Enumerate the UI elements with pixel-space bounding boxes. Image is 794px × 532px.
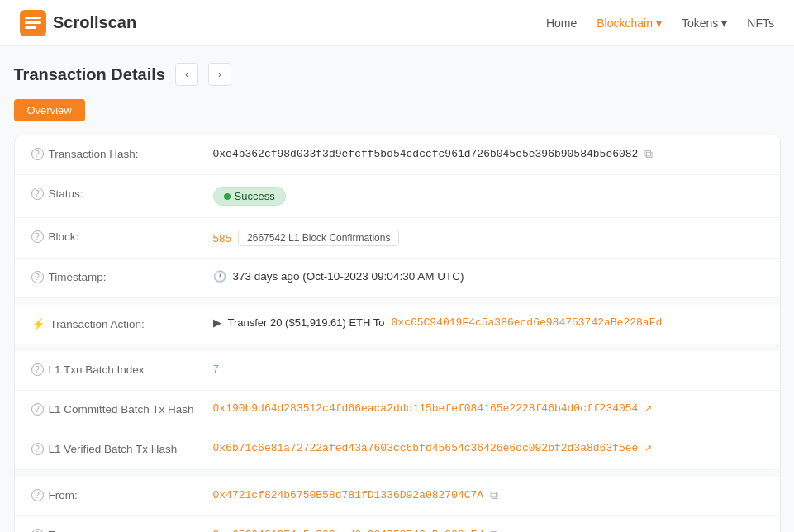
timestamp-label: ? Timestamp: xyxy=(31,270,213,283)
from-value: 0x4721cf824b6750B58d781fD1336D92a082704C… xyxy=(213,488,763,502)
l1-batch-index-value: 7 xyxy=(213,363,763,375)
svg-rect-3 xyxy=(25,26,36,29)
status-value: Success xyxy=(213,187,763,206)
from-copy-icon[interactable]: ⧉ xyxy=(490,488,498,502)
l1-verified-hash[interactable]: 0x6b71c6e81a72722afed43a7603cc6bfd45654c… xyxy=(213,442,639,454)
status-row: ? Status: Success xyxy=(15,175,780,218)
status-text: Success xyxy=(235,190,275,202)
status-help-icon[interactable]: ? xyxy=(31,188,44,200)
l1-committed-help-icon[interactable]: ? xyxy=(31,403,44,416)
tx-hash-text: 0xe4b362cf98d033f3d9efcff5bd54cdccfc961d… xyxy=(213,148,639,160)
page-wrapper: Transaction Details ‹ › Overview ? Trans… xyxy=(1,46,794,532)
status-badge: Success xyxy=(213,187,286,206)
timestamp-value: 🕐 373 days ago (Oct-10-2023 09:04:30 AM … xyxy=(213,270,763,283)
to-label: ? To: xyxy=(31,528,213,532)
block-confirmations: 2667542 L1 Block Confirmations xyxy=(238,230,399,246)
block-help-icon[interactable]: ? xyxy=(31,230,44,243)
from-help-icon[interactable]: ? xyxy=(31,489,44,501)
main-nav: Home Blockchain ▾ Tokens ▾ NFTs xyxy=(546,17,774,30)
logo-text: Scrollscan xyxy=(53,13,136,32)
spacer-2 xyxy=(15,344,780,351)
tx-hash-row: ? Transaction Hash: 0xe4b362cf98d033f3d9… xyxy=(15,135,780,175)
overview-button[interactable]: Overview xyxy=(14,99,85,121)
status-label: ? Status: xyxy=(31,187,213,200)
logo-icon xyxy=(20,10,46,36)
tx-action-to-address[interactable]: 0xc65C94019F4c5a386ecd6e984753742aBe228a… xyxy=(392,316,663,329)
timestamp-text: 373 days ago (Oct-10-2023 09:04:30 AM UT… xyxy=(233,270,464,283)
l1-batch-index-label: ? L1 Txn Batch Index xyxy=(31,363,213,376)
to-address[interactable]: 0xc65C94019F4c5a386ecd6e984753742aBe228a… xyxy=(213,529,484,532)
l1-verified-value: 0x6b71c6e81a72722afed43a7603cc6bfd45654c… xyxy=(213,442,763,454)
block-label: ? Block: xyxy=(31,230,213,243)
tx-action-transfer: Transfer 20 ($51,919.61) ETH To xyxy=(228,316,385,329)
l1-committed-value: 0x190b9d64d283512c4fd66eaca2ddd115befef0… xyxy=(213,402,763,415)
l1-batch-index-help-icon[interactable]: ? xyxy=(31,363,44,376)
l1-batch-index-row: ? L1 Txn Batch Index 7 xyxy=(15,351,780,391)
svg-rect-1 xyxy=(25,17,41,19)
header: Scrollscan Home Blockchain ▾ Tokens ▾ NF… xyxy=(0,0,794,46)
next-arrow-button[interactable]: › xyxy=(208,63,231,86)
tx-action-label: ⚡ Transaction Action: xyxy=(31,316,213,330)
nav-nfts[interactable]: NFTs xyxy=(747,17,774,30)
spacer-3 xyxy=(15,470,780,477)
l1-verified-external-icon[interactable]: ↗ xyxy=(644,443,652,454)
tx-hash-help-icon[interactable]: ? xyxy=(31,148,44,160)
blockchain-chevron-icon: ▾ xyxy=(656,17,662,30)
status-dot-icon xyxy=(224,193,231,200)
tokens-chevron-icon: ▾ xyxy=(721,17,727,30)
timestamp-help-icon[interactable]: ? xyxy=(31,271,44,283)
l1-verified-row: ? L1 Verified Batch Tx Hash 0x6b71c6e81a… xyxy=(15,430,780,470)
from-label: ? From: xyxy=(31,488,213,501)
timestamp-row: ? Timestamp: 🕐 373 days ago (Oct-10-2023… xyxy=(15,259,780,298)
l1-verified-help-icon[interactable]: ? xyxy=(31,443,44,455)
to-help-icon[interactable]: ? xyxy=(31,529,44,532)
l1-committed-external-icon[interactable]: ↗ xyxy=(644,403,652,414)
block-number[interactable]: 585 xyxy=(213,232,232,245)
page-header: Transaction Details ‹ › xyxy=(14,63,781,86)
clock-icon: 🕐 xyxy=(213,270,226,283)
l1-verified-label: ? L1 Verified Batch Tx Hash xyxy=(31,442,213,455)
details-card: ? Transaction Hash: 0xe4b362cf98d033f3d9… xyxy=(14,135,781,532)
svg-rect-2 xyxy=(25,21,41,24)
spacer-1 xyxy=(15,298,780,305)
tx-action-value: ▶ Transfer 20 ($51,919.61) ETH To 0xc65C… xyxy=(213,316,763,329)
block-row: ? Block: 585 2667542 L1 Block Confirmati… xyxy=(15,218,780,259)
l1-committed-row: ? L1 Committed Batch Tx Hash 0x190b9d64d… xyxy=(15,391,780,430)
block-value: 585 2667542 L1 Block Confirmations xyxy=(213,230,763,246)
logo[interactable]: Scrollscan xyxy=(20,10,136,36)
tx-action-row: ⚡ Transaction Action: ▶ Transfer 20 ($51… xyxy=(15,305,780,344)
l1-committed-label: ? L1 Committed Batch Tx Hash xyxy=(31,402,213,416)
l1-batch-index-text[interactable]: 7 xyxy=(213,363,220,375)
from-address[interactable]: 0x4721cf824b6750B58d781fD1336D92a082704C… xyxy=(213,489,484,501)
to-row: ? To: 0xc65C94019F4c5a386ecd6e984753742a… xyxy=(15,516,780,532)
from-row: ? From: 0x4721cf824b6750B58d781fD1336D92… xyxy=(15,477,780,516)
tx-hash-value: 0xe4b362cf98d033f3d9efcff5bd54cdccfc961d… xyxy=(213,147,763,161)
tx-hash-copy-icon[interactable]: ⧉ xyxy=(644,147,653,161)
tx-hash-label: ? Transaction Hash: xyxy=(31,147,213,160)
lightning-icon: ⚡ xyxy=(31,317,45,330)
prev-arrow-button[interactable]: ‹ xyxy=(175,63,198,86)
l1-committed-hash[interactable]: 0x190b9d64d283512c4fd66eaca2ddd115befef0… xyxy=(213,402,639,415)
nav-home[interactable]: Home xyxy=(546,17,577,30)
page-title: Transaction Details xyxy=(14,65,165,84)
to-copy-icon[interactable]: ⧉ xyxy=(490,528,498,532)
nav-blockchain[interactable]: Blockchain ▾ xyxy=(597,17,662,30)
to-value: 0xc65C94019F4c5a386ecd6e984753742aBe228a… xyxy=(213,528,763,532)
nav-tokens[interactable]: Tokens ▾ xyxy=(682,17,727,30)
tx-action-arrow: ▶ xyxy=(213,316,221,329)
